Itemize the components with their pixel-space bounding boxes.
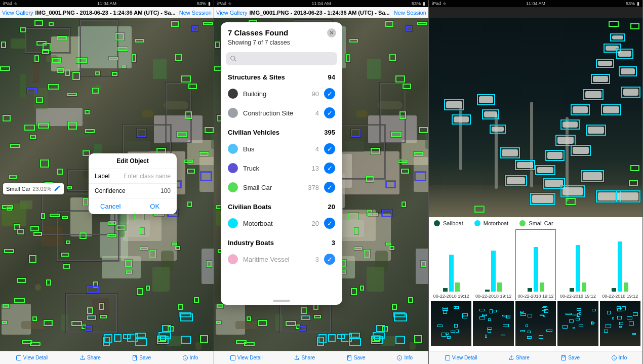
detection-box-smallcar[interactable] [22,340,32,344]
detection-box-smallcar[interactable] [417,22,427,25]
detection-box-smallcar[interactable] [40,159,50,167]
detection-box-smallcar[interactable] [401,201,407,207]
detection-box-truck[interactable] [351,129,360,137]
detection-box-smallcar[interactable] [36,41,47,46]
detection-box-smallcar[interactable] [175,54,182,61]
detection-box-smallcar[interactable] [184,159,193,163]
detection-box-smallcar[interactable] [351,288,357,295]
detection-box-smallcar[interactable] [17,278,26,283]
detection-box-motorboat[interactable] [515,160,535,170]
check-icon[interactable]: ✓ [324,107,335,118]
detection-box-motorboat[interactable] [371,336,383,344]
detection-box-smallcar[interactable] [68,122,77,130]
detection-box-smallcar[interactable] [109,57,118,60]
info-button[interactable]: Info [396,355,413,361]
detection-box-smallcar[interactable] [52,58,61,63]
thumbnail[interactable] [473,301,513,346]
detection-box-smallcar[interactable] [117,47,127,51]
detection-box-smallcar[interactable] [95,71,100,76]
detection-box-motorboat[interactable] [317,337,324,346]
detection-box-smallcar[interactable] [49,22,54,26]
detection-box-smallcar[interactable] [57,68,64,73]
detection-box-smallcar[interactable] [137,288,143,295]
detection-box-motorboat[interactable] [571,104,590,115]
detection-box-smallcar[interactable] [92,88,99,94]
thumbnail[interactable] [600,301,640,346]
detection-box-smallcar[interactable] [34,20,43,26]
detection-box-smallcar[interactable] [44,320,52,326]
detection-box-smallcar[interactable] [7,207,12,211]
detection-box-smallcar[interactable] [199,152,209,156]
detection-box-motorboat[interactable] [328,334,336,341]
view-detail-button[interactable]: View Detail [445,355,477,361]
chart-cell[interactable]: 08-22-2018 19:12 [557,229,598,300]
detection-box-smallcar[interactable] [474,206,485,213]
detection-box-truck[interactable] [415,172,426,181]
detection-box-smallcar[interactable] [66,240,70,244]
detection-box-smallcar[interactable] [187,201,192,207]
object-label-tag[interactable]: Small Car 23.01% [3,183,64,194]
detection-box-smallcar[interactable] [403,84,411,89]
detection-box-smallcar[interactable] [171,21,179,27]
detection-box-smallcar[interactable] [392,304,397,310]
detection-box-smallcar[interactable] [30,226,38,231]
detection-box-motorboat[interactable] [477,94,495,105]
detection-box-smallcar[interactable] [38,123,49,129]
detection-box-motorboat[interactable] [616,190,640,203]
detection-box-smallcar[interactable] [236,340,247,344]
edit-confidence-value[interactable]: 100 [160,187,171,194]
detection-box-smallcar[interactable] [34,55,39,63]
detection-box-motorboat[interactable] [586,125,606,136]
view-detail-button[interactable]: View Detail [230,355,263,361]
check-icon[interactable]: ✓ [324,163,335,174]
detection-box-smallcar[interactable] [135,39,143,43]
detection-box-smallcar[interactable] [41,213,45,219]
detection-box-motorboat[interactable] [135,338,147,346]
detection-box-motorboat[interactable] [394,313,407,321]
detection-box-smallcar[interactable] [349,39,357,43]
save-button[interactable]: Save [346,355,366,361]
detection-box-smallcar[interactable] [33,232,42,236]
detection-box-smallcar[interactable] [366,176,374,182]
detection-box-motorboat[interactable] [490,125,506,134]
detection-box-smallcar[interactable] [175,246,181,250]
detection-box-smallcar[interactable] [76,58,88,63]
pencil-icon[interactable] [54,185,61,193]
detection-box-smallcar[interactable] [67,93,76,96]
detection-box-smallcar[interactable] [20,27,26,32]
edit-label-input[interactable]: Enter class name [124,173,171,180]
detection-box-motorboat[interactable] [87,315,96,320]
class-item[interactable]: Bus 4 ✓ [221,139,342,158]
thumbnail[interactable] [557,301,598,346]
detection-box-smallcar[interactable] [314,315,322,318]
detection-box-smallcar[interactable] [258,320,266,326]
detection-box-smallcar[interactable] [29,255,36,263]
detection-box-smallcar[interactable] [14,298,25,303]
detection-box-smallcar[interactable] [122,65,126,68]
chart-cell[interactable]: 08-22-2018 19:12 [473,229,513,300]
detection-box-truck[interactable] [87,286,99,293]
detection-box-smallcar[interactable] [566,198,576,205]
new-session-link[interactable]: New Session [179,10,212,16]
detection-box-smallcar[interactable] [205,127,214,133]
detection-box-smallcar[interactable] [247,316,251,321]
detection-box-smallcar[interactable] [414,335,422,343]
detection-box-smallcar[interactable] [629,180,638,186]
detection-box-smallcar[interactable] [32,316,37,321]
detection-box-motorboat[interactable] [560,119,580,130]
detection-box-smallcar[interactable] [364,250,370,258]
detection-box-smallcar[interactable] [391,132,401,137]
detection-box-motorboat[interactable] [135,333,146,338]
detection-box-smallcar[interactable] [215,42,220,49]
detection-box-smallcar[interactable] [57,169,63,175]
detection-box-smallcar[interactable] [177,132,187,137]
detection-box-smallcar[interactable] [399,111,406,118]
detection-box-motorboat[interactable] [114,334,122,341]
detection-box-truck[interactable] [406,26,413,31]
detection-box-smallcar[interactable] [203,22,213,25]
marina-map[interactable] [429,18,642,217]
detection-box-smallcar[interactable] [125,260,132,267]
sheet-handle[interactable] [273,300,290,302]
charts-row[interactable]: 08-22-2018 19:1208-22-2018 19:1208-22-20… [429,229,642,300]
detection-box-smallcar[interactable] [3,115,10,122]
